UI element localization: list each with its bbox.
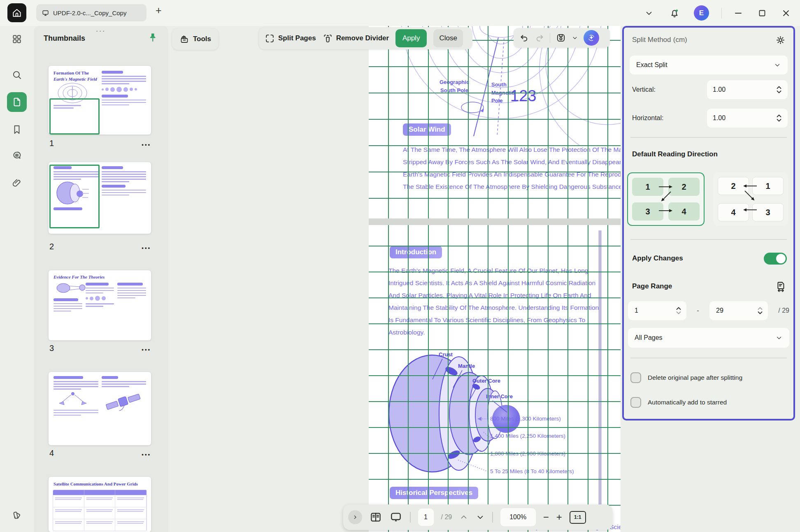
redo-icon[interactable] bbox=[535, 33, 544, 43]
thumbnail-1-menu-button[interactable]: ••• bbox=[142, 142, 151, 148]
arrow-left-icon bbox=[742, 208, 757, 212]
stamps-fan-icon bbox=[12, 510, 22, 521]
page-count-label: / 29 bbox=[441, 513, 452, 521]
previous-page-chevron-icon[interactable] bbox=[459, 513, 468, 522]
page-range-icon[interactable] bbox=[775, 281, 787, 292]
range-from-value: 1 bbox=[635, 307, 638, 314]
crust-label: Crust bbox=[439, 351, 453, 358]
presentation-mode-icon[interactable] bbox=[389, 511, 402, 524]
paragraph-line: Earth's Magnetic Field Provides An Indis… bbox=[403, 168, 621, 181]
stepper-chevrons-icon[interactable] bbox=[676, 306, 681, 316]
thumbnail-page-1[interactable]: Formation Of The Earth's Magnetic Field bbox=[49, 66, 151, 135]
apply-button[interactable]: Apply bbox=[395, 29, 427, 47]
thumbnail-page-4[interactable] bbox=[49, 372, 151, 445]
menu-chevron-button[interactable] bbox=[644, 9, 653, 18]
page-scope-select[interactable]: All Pages bbox=[628, 328, 789, 348]
home-button[interactable] bbox=[7, 3, 26, 22]
save-options-chevron-icon[interactable] bbox=[572, 35, 578, 41]
tools-button[interactable]: Tools bbox=[172, 28, 219, 50]
delete-original-option[interactable]: Delete original page after splitting bbox=[630, 372, 787, 383]
split-selection-region[interactable] bbox=[49, 165, 100, 228]
toolbox-icon bbox=[179, 34, 189, 44]
account-button[interactable]: E bbox=[694, 5, 709, 21]
close-button[interactable]: Close bbox=[433, 29, 463, 47]
checkbox[interactable] bbox=[630, 372, 641, 383]
maximize-button[interactable] bbox=[757, 8, 767, 18]
sidebar-item-attachments[interactable] bbox=[7, 173, 27, 193]
gear-icon bbox=[775, 35, 786, 46]
split-selection-region[interactable] bbox=[49, 98, 100, 135]
remove-divider-button[interactable]: Remove Divider bbox=[323, 33, 389, 44]
thumb1-title: Formation Of The Earth's Magnetic Field bbox=[53, 70, 98, 82]
remove-divider-trash-icon bbox=[323, 33, 333, 44]
geographic-south-pole-label: Geographic South Pole bbox=[437, 78, 472, 94]
sidebar-item-stamps[interactable] bbox=[7, 506, 27, 525]
zoom-out-button[interactable]: − bbox=[543, 512, 549, 522]
checkbox[interactable] bbox=[630, 397, 641, 408]
page-gap bbox=[369, 218, 621, 225]
stepper-chevrons-icon[interactable] bbox=[776, 113, 782, 123]
thumbnail-4-menu-button[interactable]: ••• bbox=[142, 451, 151, 458]
paragraph-line: Maintaining The Stability Of The Atmosph… bbox=[388, 302, 611, 314]
zoom-in-button[interactable]: + bbox=[556, 512, 562, 522]
page-number-input[interactable]: 1 bbox=[418, 509, 434, 526]
new-tab-button[interactable]: + bbox=[156, 5, 162, 16]
document-tab[interactable]: UPDF-2.0-c..._Copy_Copy bbox=[36, 4, 147, 21]
range-to-input[interactable]: 29 bbox=[709, 301, 768, 320]
vertical-value: 1.00 bbox=[713, 86, 726, 93]
apply-changes-toggle[interactable] bbox=[764, 253, 787, 265]
stepper-chevrons-icon[interactable] bbox=[757, 306, 763, 316]
sidebar-item-bookmarks[interactable] bbox=[7, 120, 27, 139]
vertical-split-row: Vertical: 1.00 bbox=[624, 80, 793, 99]
pin-panel-button[interactable] bbox=[148, 33, 158, 43]
thumbnail-page-3[interactable]: Evidence For The Theories bbox=[49, 270, 151, 340]
two-page-view-icon[interactable] bbox=[370, 511, 382, 523]
panel-drag-handle[interactable]: ··· bbox=[96, 28, 106, 35]
next-page-chevron-icon[interactable] bbox=[476, 513, 485, 522]
collapse-bar-button[interactable] bbox=[348, 510, 362, 524]
vertical-stepper[interactable]: 1.00 bbox=[707, 80, 788, 99]
horizontal-stepper[interactable]: 1.00 bbox=[707, 109, 788, 128]
page1-paragraph: At The Same Time, The Atmosphere Will Al… bbox=[403, 144, 621, 193]
thumbnail-2-menu-button[interactable]: ••• bbox=[142, 245, 151, 251]
comment-icon bbox=[12, 150, 22, 161]
reading-direction-ltr-option[interactable]: 1 2 3 4 bbox=[627, 172, 705, 226]
auto-star-option[interactable]: Automatically add to starred bbox=[630, 397, 787, 408]
paragraph-line: At The Same Time, The Atmosphere Will Al… bbox=[403, 144, 621, 156]
stepper-chevrons-icon[interactable] bbox=[776, 85, 782, 95]
thumbnail-page-2[interactable] bbox=[49, 162, 151, 234]
ai-assistant-button[interactable] bbox=[584, 30, 599, 46]
apply-changes-row: Apply Changes bbox=[624, 251, 793, 265]
historical-perspectives-heading: Historical Perspectives bbox=[390, 487, 478, 499]
save-icon[interactable] bbox=[556, 33, 566, 43]
reading-direction-rtl-option[interactable]: 2 1 4 3 bbox=[714, 172, 788, 226]
introduction-paragraph: The Earth's Magnetic Field, A Crucial Fe… bbox=[388, 265, 611, 339]
arrow-right-icon bbox=[658, 185, 673, 189]
range-from-input[interactable]: 1 bbox=[628, 301, 686, 320]
close-window-button[interactable] bbox=[781, 8, 791, 18]
split-pages-button[interactable]: Split Pages bbox=[265, 33, 316, 44]
minimize-button[interactable] bbox=[733, 8, 743, 18]
statusbar-divider bbox=[410, 512, 411, 523]
thumbnail-2-number: 2 bbox=[49, 242, 54, 251]
split-method-panel: Split Method (cm) Exact Split Vertical: … bbox=[622, 26, 795, 420]
thumbnail-3-menu-button[interactable]: ••• bbox=[142, 346, 151, 353]
sidebar-item-comments[interactable] bbox=[7, 146, 27, 165]
thumbnail-page-5[interactable]: Satellite Communications And Power Grids bbox=[49, 477, 151, 532]
split-settings-button[interactable] bbox=[773, 33, 788, 47]
home-icon bbox=[12, 7, 22, 18]
split-method-select[interactable]: Exact Split bbox=[630, 56, 788, 74]
notifications-button[interactable] bbox=[669, 8, 680, 19]
page-overlay-number: 123 bbox=[510, 87, 536, 105]
sidebar-item-apps[interactable] bbox=[7, 29, 27, 49]
sidebar-item-thumbnails[interactable] bbox=[7, 92, 27, 112]
horizontal-split-row: Horizontal: 1.00 bbox=[624, 109, 793, 128]
ai-sparkle-icon bbox=[586, 33, 596, 43]
sidebar-item-search[interactable] bbox=[7, 65, 27, 85]
zoom-level-input[interactable]: 100% bbox=[500, 508, 536, 526]
actual-size-button[interactable]: 1:1 bbox=[570, 511, 586, 524]
quick-actions-toolbar bbox=[514, 28, 610, 48]
undo-icon[interactable] bbox=[519, 33, 529, 43]
reading-direction-title: Default Reading Direction bbox=[632, 150, 718, 158]
solar-wind-heading: Solar Wind bbox=[403, 123, 451, 136]
